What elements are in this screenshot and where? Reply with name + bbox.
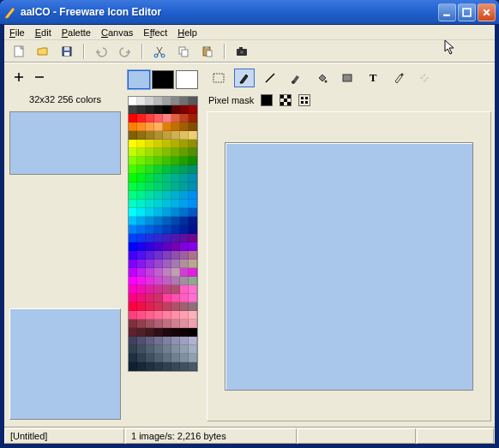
palette-color[interactable] xyxy=(137,122,146,131)
palette-color[interactable] xyxy=(137,140,146,148)
palette-color[interactable] xyxy=(146,242,154,251)
palette-color[interactable] xyxy=(146,191,154,200)
palette-color[interactable] xyxy=(129,285,137,294)
palette-color[interactable] xyxy=(137,277,146,285)
palette-color[interactable] xyxy=(129,268,137,277)
palette-color[interactable] xyxy=(171,311,180,320)
palette-color[interactable] xyxy=(189,97,197,105)
palette-color[interactable] xyxy=(154,294,163,302)
palette-color[interactable] xyxy=(189,182,197,191)
palette-color[interactable] xyxy=(137,337,146,345)
palette-color[interactable] xyxy=(129,182,137,191)
palette-color[interactable] xyxy=(146,302,154,311)
palette-color[interactable] xyxy=(146,97,154,105)
palette-color[interactable] xyxy=(137,97,146,105)
palette-color[interactable] xyxy=(146,251,154,260)
palette-color[interactable] xyxy=(163,302,171,311)
palette-color[interactable] xyxy=(146,345,154,354)
palette-color[interactable] xyxy=(146,122,154,131)
palette-color[interactable] xyxy=(163,294,171,302)
palette-color[interactable] xyxy=(171,277,180,285)
palette-color[interactable] xyxy=(171,285,180,294)
palette-color[interactable] xyxy=(154,354,163,362)
palette-color[interactable] xyxy=(154,114,163,122)
palette-color[interactable] xyxy=(137,311,146,320)
palette-color[interactable] xyxy=(189,362,197,371)
palette-color[interactable] xyxy=(129,294,137,302)
palette-color[interactable] xyxy=(154,320,163,328)
palette-color[interactable] xyxy=(171,337,180,345)
palette-color[interactable] xyxy=(154,182,163,191)
mask-checker2[interactable] xyxy=(298,94,310,106)
palette-color[interactable] xyxy=(146,131,154,140)
palette-color[interactable] xyxy=(180,268,189,277)
palette-color[interactable] xyxy=(180,285,189,294)
palette-color[interactable] xyxy=(189,260,197,268)
palette-color[interactable] xyxy=(180,242,189,251)
palette-color[interactable] xyxy=(171,354,180,362)
palette-color[interactable] xyxy=(129,260,137,268)
palette-color[interactable] xyxy=(180,302,189,311)
palette-color[interactable] xyxy=(189,148,197,157)
palette-color[interactable] xyxy=(163,337,171,345)
close-button[interactable] xyxy=(478,3,496,21)
palette-color[interactable] xyxy=(146,148,154,157)
palette-color[interactable] xyxy=(171,200,180,208)
palette-color[interactable] xyxy=(171,260,180,268)
palette-color[interactable] xyxy=(154,208,163,217)
palette-color[interactable] xyxy=(180,337,189,345)
palette-color[interactable] xyxy=(154,251,163,260)
palette-color[interactable] xyxy=(137,345,146,354)
palette-color[interactable] xyxy=(163,148,171,157)
palette-color[interactable] xyxy=(129,302,137,311)
editor-canvas[interactable] xyxy=(225,142,473,391)
wand-tool[interactable] xyxy=(414,69,435,87)
palette-color[interactable] xyxy=(154,105,163,114)
palette-color[interactable] xyxy=(180,122,189,131)
palette-color[interactable] xyxy=(189,285,197,294)
palette-color[interactable] xyxy=(154,225,163,234)
palette-color[interactable] xyxy=(146,182,154,191)
palette-color[interactable] xyxy=(163,234,171,242)
palette-color[interactable] xyxy=(180,165,189,174)
menu-canvas[interactable]: Canvas xyxy=(101,27,133,38)
palette-color[interactable] xyxy=(180,311,189,320)
palette-color[interactable] xyxy=(154,140,163,148)
palette-color[interactable] xyxy=(171,182,180,191)
palette-color[interactable] xyxy=(180,174,189,182)
palette-color[interactable] xyxy=(171,268,180,277)
palette-color[interactable] xyxy=(129,217,137,225)
palette-color[interactable] xyxy=(129,140,137,148)
palette-color[interactable] xyxy=(129,200,137,208)
palette-color[interactable] xyxy=(180,225,189,234)
palette-color[interactable] xyxy=(154,191,163,200)
palette-color[interactable] xyxy=(180,362,189,371)
palette-color[interactable] xyxy=(154,302,163,311)
palette-color[interactable] xyxy=(189,191,197,200)
open-button[interactable] xyxy=(33,42,52,61)
palette-color[interactable] xyxy=(129,234,137,242)
palette-color[interactable] xyxy=(180,320,189,328)
palette-color[interactable] xyxy=(129,354,137,362)
palette-color[interactable] xyxy=(129,191,137,200)
palette-color[interactable] xyxy=(163,174,171,182)
palette-color[interactable] xyxy=(154,328,163,337)
palette-color[interactable] xyxy=(163,157,171,165)
palette-color[interactable] xyxy=(163,140,171,148)
palette-color[interactable] xyxy=(163,182,171,191)
palette-color[interactable] xyxy=(171,174,180,182)
palette-color[interactable] xyxy=(129,362,137,371)
palette-color[interactable] xyxy=(163,242,171,251)
palette-color[interactable] xyxy=(137,234,146,242)
palette-color[interactable] xyxy=(163,217,171,225)
palette-color[interactable] xyxy=(129,320,137,328)
palette-color[interactable] xyxy=(154,268,163,277)
palette-color[interactable] xyxy=(129,122,137,131)
menu-help[interactable]: Help xyxy=(177,27,197,38)
palette-color[interactable] xyxy=(154,311,163,320)
palette-color[interactable] xyxy=(146,165,154,174)
palette-color[interactable] xyxy=(137,225,146,234)
palette-color[interactable] xyxy=(180,200,189,208)
palette-color[interactable] xyxy=(146,157,154,165)
palette-color[interactable] xyxy=(189,105,197,114)
